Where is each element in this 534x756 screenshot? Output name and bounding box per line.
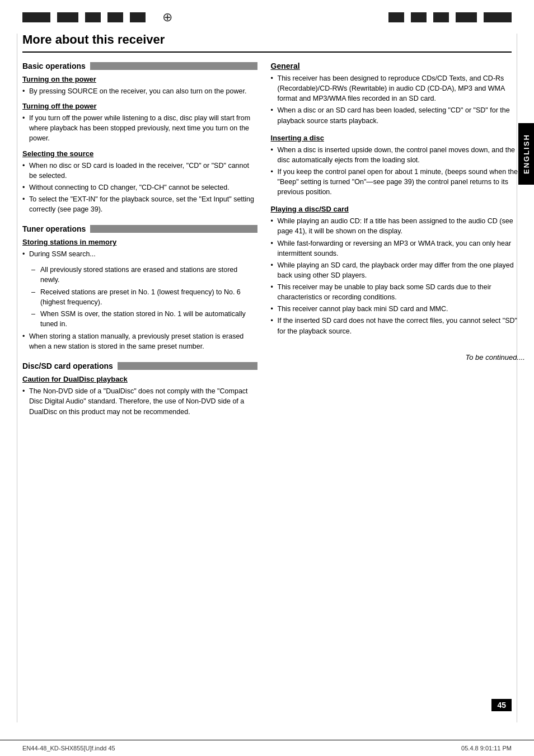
main-content: More about this receiver Basic operation… bbox=[0, 32, 534, 439]
selecting-source-bullets: When no disc or SD card is loaded in the… bbox=[22, 161, 257, 215]
general-section: General This receiver has been designed … bbox=[271, 62, 525, 126]
bullet-item: This receiver may be unable to play back… bbox=[271, 282, 525, 302]
disc-sd-bar bbox=[118, 362, 257, 370]
bar-seg bbox=[411, 12, 427, 22]
storing-stations-section: Storing stations in memory During SSM se… bbox=[22, 238, 257, 351]
top-bar: ⊕ bbox=[0, 0, 534, 30]
bullet-item: During SSM search... bbox=[22, 249, 257, 259]
bar-seg bbox=[85, 12, 101, 22]
storing-stations-bullets: During SSM search... bbox=[22, 249, 257, 259]
bar-seg bbox=[456, 12, 477, 22]
turning-on-bullets: By pressing SOURCE on the receiver, you … bbox=[22, 86, 257, 96]
turning-off-section: Turning off the power If you turn off th… bbox=[22, 102, 257, 143]
playing-disc-section: Playing a disc/SD card While playing an … bbox=[271, 205, 525, 336]
bullet-item: When no disc or SD card is loaded in the… bbox=[22, 161, 257, 181]
inserting-disc-title: Inserting a disc bbox=[271, 134, 525, 142]
bar-seg bbox=[22, 12, 50, 22]
general-title: General bbox=[271, 62, 525, 71]
disc-sd-operations-container: Disc/SD card operations Caution for Dual… bbox=[22, 361, 257, 416]
disc-sd-header: Disc/SD card operations bbox=[22, 361, 257, 370]
storing-stations-title: Storing stations in memory bbox=[22, 238, 257, 246]
bar-seg bbox=[130, 12, 146, 22]
tuner-operations-container: Tuner operations Storing stations in mem… bbox=[22, 224, 257, 351]
general-bullets: This receiver has been designed to repro… bbox=[271, 73, 525, 126]
left-column: Basic operations Turning on the power By… bbox=[22, 62, 257, 422]
disc-sd-title: Disc/SD card operations bbox=[22, 361, 113, 370]
page-number-area: 45 bbox=[491, 699, 512, 711]
page-container: ⊕ More about this receiver Basic operati… bbox=[0, 0, 534, 756]
dualdisc-section: Caution for DualDisc playback The Non-DV… bbox=[22, 375, 257, 416]
page-title: More about this receiver bbox=[22, 32, 512, 47]
dash-item: All previously stored stations are erase… bbox=[31, 265, 257, 285]
left-margin-line bbox=[17, 34, 17, 722]
right-column: General This receiver has been designed … bbox=[271, 62, 525, 422]
bullet-item: When a disc is inserted upside down, the… bbox=[271, 145, 525, 165]
bar-seg bbox=[433, 12, 449, 22]
turning-off-bullets: If you turn off the power while listenin… bbox=[22, 113, 257, 143]
crosshair-center-icon: ⊕ bbox=[162, 10, 172, 25]
bullet-item: While playing an SD card, the playback o… bbox=[271, 260, 525, 280]
top-bar-left bbox=[22, 12, 146, 22]
dash-item: Received stations are preset in No. 1 (l… bbox=[31, 287, 257, 307]
tuner-operations-header: Tuner operations bbox=[22, 224, 257, 233]
bullet-item: Without connecting to CD changer, "CD-CH… bbox=[22, 182, 257, 192]
turning-on-section: Turning on the power By pressing SOURCE … bbox=[22, 75, 257, 96]
bottom-bar: EN44-48_KD-SHX855[U]f.indd 45 05.4.8 9:0… bbox=[0, 740, 534, 756]
bullet-item: The Non-DVD side of a "DualDisc" does no… bbox=[22, 386, 257, 416]
bullet-item: If you keep the control panel open for a… bbox=[271, 167, 525, 197]
top-bar-right bbox=[388, 12, 512, 22]
dualdisc-title: Caution for DualDisc playback bbox=[22, 375, 257, 383]
bar-seg bbox=[388, 12, 404, 22]
to-be-continued: To be continued.... bbox=[271, 353, 525, 361]
bullet-item: When storing a station manually, a previ… bbox=[22, 331, 257, 351]
bar-seg bbox=[484, 12, 512, 22]
bullet-item: To select the "EXT-IN" for the playback … bbox=[22, 194, 257, 214]
bullet-item: This receiver cannot play back mini SD c… bbox=[271, 304, 525, 314]
turning-off-title: Turning off the power bbox=[22, 102, 257, 110]
footer-right: 05.4.8 9:01:11 PM bbox=[461, 745, 512, 752]
dualdisc-bullets: The Non-DVD side of a "DualDisc" does no… bbox=[22, 386, 257, 416]
tuner-operations-bar bbox=[90, 225, 257, 233]
title-rule bbox=[22, 51, 512, 53]
selecting-source-section: Selecting the source When no disc or SD … bbox=[22, 149, 257, 215]
basic-operations-title: Basic operations bbox=[22, 62, 86, 71]
playing-disc-title: Playing a disc/SD card bbox=[271, 205, 525, 213]
dash-item: When SSM is over, the station stored in … bbox=[31, 309, 257, 329]
bullet-item: This receiver has been designed to repro… bbox=[271, 73, 525, 104]
bullet-item: While fast-forwarding or reversing an MP… bbox=[271, 238, 525, 259]
bar-seg bbox=[107, 12, 123, 22]
storing-stations-dash-list: All previously stored stations are erase… bbox=[31, 265, 257, 329]
page-number-badge: 45 bbox=[491, 699, 512, 711]
bullet-item: If you turn off the power while listenin… bbox=[22, 113, 257, 143]
two-column-layout: Basic operations Turning on the power By… bbox=[22, 62, 512, 422]
inserting-disc-section: Inserting a disc When a disc is inserted… bbox=[271, 134, 525, 198]
bullet-item: When a disc or an SD card has been loade… bbox=[271, 105, 525, 125]
bullet-item: While playing an audio CD: If a title ha… bbox=[271, 216, 525, 236]
bullet-item: If the inserted SD card does not have th… bbox=[271, 316, 525, 336]
footer-left: EN44-48_KD-SHX855[U]f.indd 45 bbox=[22, 745, 115, 752]
bullet-item: By pressing SOURCE on the receiver, you … bbox=[22, 86, 257, 96]
inserting-disc-bullets: When a disc is inserted upside down, the… bbox=[271, 145, 525, 198]
basic-operations-header: Basic operations bbox=[22, 62, 257, 71]
playing-disc-bullets: While playing an audio CD: If a title ha… bbox=[271, 216, 525, 336]
tuner-operations-title: Tuner operations bbox=[22, 224, 86, 233]
right-margin-line bbox=[517, 34, 517, 722]
selecting-source-title: Selecting the source bbox=[22, 149, 257, 158]
english-sidebar-label: ENGLISH bbox=[518, 123, 534, 185]
turning-on-title: Turning on the power bbox=[22, 75, 257, 83]
bar-seg bbox=[57, 12, 78, 22]
basic-operations-bar bbox=[90, 62, 257, 70]
storing-stations-extra-bullets: When storing a station manually, a previ… bbox=[22, 331, 257, 351]
